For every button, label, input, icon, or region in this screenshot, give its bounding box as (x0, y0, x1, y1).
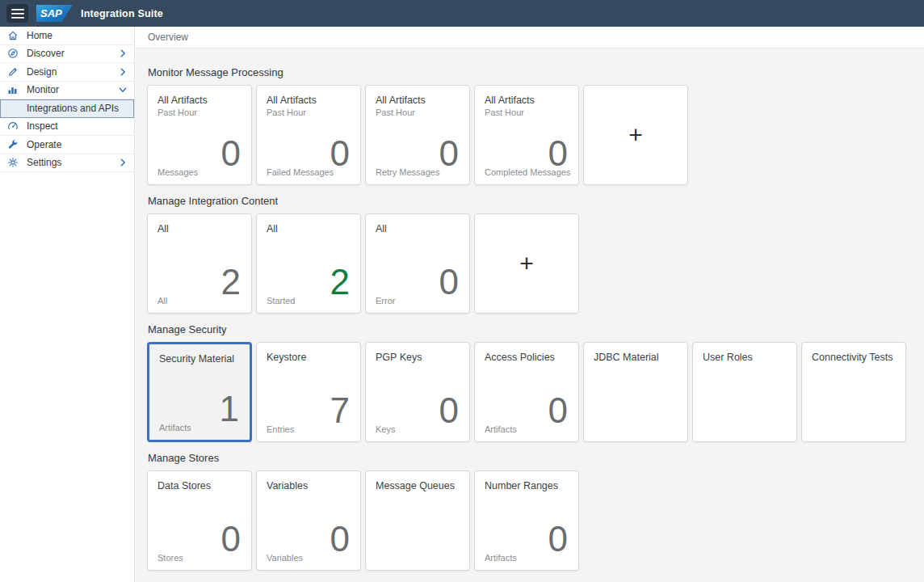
tile-footer: Variables (267, 553, 303, 563)
tile-number-ranges[interactable]: Number Ranges0Artifacts (474, 470, 579, 571)
bar-chart-icon (7, 84, 19, 95)
sidebar-item-integrations-and-apis[interactable]: Integrations and APIs (0, 99, 134, 118)
sidebar-item-label: Design (27, 66, 118, 78)
sidebar-item-settings[interactable]: Settings (0, 154, 134, 173)
chevron-right-icon (118, 158, 128, 167)
tile-access-policies[interactable]: Access Policies0Artifacts (474, 342, 579, 442)
shell-body: HomeDiscoverDesignMonitorIntegrations an… (0, 27, 924, 582)
sidebar-nav: HomeDiscoverDesignMonitorIntegrations an… (0, 27, 135, 582)
tile-value: 0 (439, 393, 459, 428)
tile-value: 7 (330, 393, 350, 428)
tile-title: All (376, 223, 464, 234)
app-window: SAP Integration Suite HomeDiscoverDesign… (0, 0, 924, 582)
tile-value: 0 (330, 136, 350, 171)
tile-footer: Artifacts (485, 424, 517, 434)
tile-value: 0 (548, 521, 568, 557)
tile-title: User Roles (703, 352, 792, 363)
tile-row: All ArtifactsPast Hour0MessagesAll Artif… (147, 85, 924, 185)
tile-value: 0 (221, 136, 241, 171)
tile-footer: Retry Messages (376, 167, 439, 177)
add-tile-button[interactable]: + (583, 85, 688, 185)
tile-row: Security Material1ArtifactsKeystore7Entr… (147, 342, 924, 442)
tile-title: All Artifacts (158, 95, 246, 106)
tile-all-artifacts[interactable]: All ArtifactsPast Hour0Retry Messages (365, 85, 470, 185)
tile-footer: Messages (158, 167, 198, 177)
sidebar-item-operate[interactable]: Operate (0, 136, 134, 154)
tile-footer: Started (267, 296, 295, 306)
tile-title: All (267, 223, 355, 234)
sidebar-item-home[interactable]: Home (0, 27, 134, 45)
tile-value: 1 (220, 391, 239, 427)
tile-title: Connectivity Tests (812, 352, 901, 363)
tile-all[interactable]: All2All (147, 213, 252, 314)
tile-title: JDBC Material (594, 352, 682, 363)
add-tile-button[interactable]: + (474, 213, 579, 314)
gear-icon (7, 157, 19, 168)
tile-all-artifacts[interactable]: All ArtifactsPast Hour0Failed Messages (256, 85, 361, 185)
pencil-icon (7, 66, 19, 78)
menu-icon[interactable] (6, 4, 28, 23)
tile-value: 0 (548, 136, 568, 171)
tile-footer: All (158, 296, 167, 306)
tile-footer: Artifacts (485, 553, 517, 563)
chevron-right-icon (118, 48, 128, 58)
shell-header: SAP Integration Suite (0, 0, 924, 27)
section-manage-stores: Manage StoresData Stores0StoresVariables… (147, 452, 924, 571)
sidebar-item-label: Monitor (27, 84, 118, 95)
tile-all[interactable]: All0Error (365, 213, 470, 314)
app-title: Integration Suite (81, 8, 163, 19)
tile-value: 0 (439, 264, 459, 300)
tile-all-artifacts[interactable]: All ArtifactsPast Hour0Messages (147, 85, 252, 185)
tile-value: 2 (330, 264, 350, 300)
plus-icon: + (519, 251, 534, 276)
tile-footer: Keys (376, 424, 395, 434)
tile-footer: Failed Messages (267, 167, 334, 177)
tile-subtitle: Past Hour (267, 108, 306, 117)
tile-security-material[interactable]: Security Material1Artifacts (147, 342, 252, 442)
tab-overview[interactable]: Overview (148, 32, 188, 43)
tile-connectivity-tests[interactable]: Connectivity Tests (801, 342, 906, 442)
tile-row: All2AllAll2StartedAll0Error+ (147, 213, 924, 314)
section-manage-security: Manage SecuritySecurity Material1Artifac… (147, 323, 924, 442)
plus-icon: + (628, 123, 643, 147)
compass-icon (7, 48, 19, 59)
chevron-right-icon (118, 67, 128, 77)
tile-value: 2 (221, 264, 241, 300)
tile-pgp-keys[interactable]: PGP Keys0Keys (365, 342, 470, 442)
tile-value: 0 (548, 393, 568, 428)
sidebar-item-inspect[interactable]: Inspect (0, 118, 134, 137)
section-title: Manage Integration Content (148, 195, 924, 207)
tile-title: Number Ranges (485, 480, 573, 491)
tile-footer: Entries (267, 424, 294, 434)
tile-title: Variables (267, 480, 355, 491)
tile-title: All Artifacts (376, 95, 464, 106)
tile-all[interactable]: All2Started (256, 213, 361, 314)
tile-message-queues[interactable]: Message Queues (365, 470, 470, 571)
section-title: Monitor Message Processing (148, 66, 924, 78)
sidebar-item-label: Operate (27, 139, 128, 150)
sidebar-item-monitor[interactable]: Monitor (0, 82, 134, 100)
tile-title: Message Queues (376, 480, 464, 491)
tile-value: 0 (330, 521, 350, 557)
tile-all-artifacts[interactable]: All ArtifactsPast Hour0Completed Message… (474, 85, 579, 185)
tab-strip: Overview (135, 27, 924, 48)
tile-user-roles[interactable]: User Roles (692, 342, 797, 442)
section-title: Manage Security (148, 323, 924, 335)
tile-footer: Completed Messages (485, 167, 570, 177)
sidebar-item-design[interactable]: Design (0, 63, 134, 82)
tile-jdbc-material[interactable]: JDBC Material (583, 342, 688, 442)
tile-footer: Error (376, 296, 395, 306)
tile-title: PGP Keys (376, 352, 464, 363)
tile-keystore[interactable]: Keystore7Entries (256, 342, 361, 442)
tile-subtitle: Past Hour (376, 108, 415, 117)
section-monitor-message-processing: Monitor Message ProcessingAll ArtifactsP… (147, 66, 924, 185)
sidebar-item-label: Home (27, 30, 128, 41)
tile-data-stores[interactable]: Data Stores0Stores (147, 470, 252, 571)
tile-variables[interactable]: Variables0Variables (256, 470, 361, 571)
tile-footer: Stores (158, 553, 183, 563)
sap-logo[interactable]: SAP (36, 5, 73, 22)
tile-value: 0 (221, 521, 241, 557)
sidebar-item-discover[interactable]: Discover (0, 45, 134, 64)
section-title: Manage Stores (148, 452, 924, 464)
tile-value: 0 (439, 136, 459, 171)
